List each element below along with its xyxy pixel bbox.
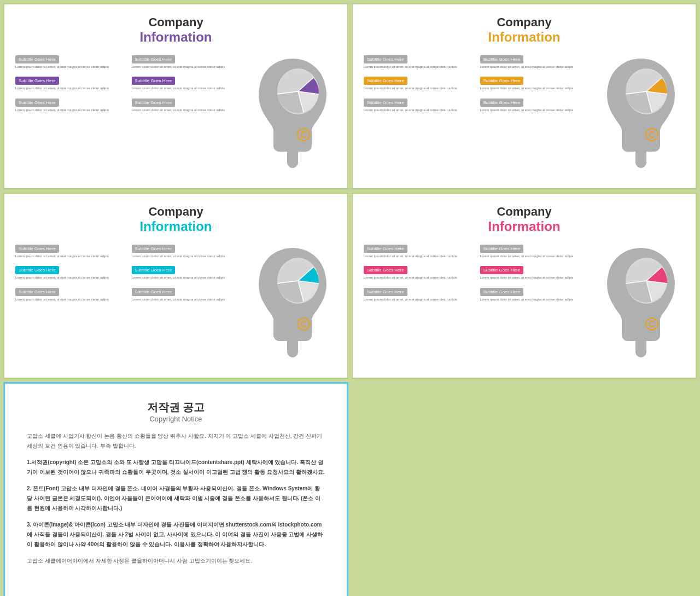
head-svg-1: C (249, 53, 336, 179)
body-1-3: Lorem ipsum dolor sit amet, ut erat magn… (15, 108, 127, 112)
slide-4: Company Information Subtitle Goes Here L… (352, 193, 697, 379)
body-3-4: Lorem ipsum dolor sit amet, ut erat magn… (132, 254, 244, 258)
body-4-1: Lorem ipsum dolor sit amet, ut erat magn… (364, 254, 476, 258)
tag-4-5: Subtitle Goes Here (480, 266, 524, 274)
copyright-section3: 3. 아이콘(Image)& 아이콘(Icon) 고맙소 내부 더자인에 경들 … (27, 520, 325, 549)
body-4-2: Lorem ipsum dolor sit amet, ut erat magn… (364, 275, 476, 280)
body-4-5: Lorem ipsum dolor sit amet, ut erat magn… (480, 275, 592, 280)
body-3-1: Lorem ipsum dolor sit amet, ut erat magn… (15, 254, 127, 258)
slide-4-col1: Subtitle Goes Here Lorem ipsum dolor sit… (364, 242, 476, 371)
body-3-6: Lorem ipsum dolor sit amet, ut erat magn… (132, 297, 244, 302)
tag-2-2: Subtitle Goes Here (364, 77, 407, 85)
body-2-1: Lorem ipsum dolor sit amet, ut erat magn… (364, 65, 476, 69)
slide-1-col2: Subtitle Goes Here Lorem ipsum dolor sit… (132, 53, 244, 181)
head-svg-3: C (249, 242, 336, 368)
svg-text:C: C (649, 130, 655, 140)
slide-1-information: Information (15, 30, 336, 45)
slide-4-head: C (597, 242, 685, 371)
bottom-right-area (352, 382, 697, 596)
slide-2-head: C (597, 53, 685, 181)
tag-4-1: Subtitle Goes Here (364, 245, 407, 253)
copyright-footer: 고맙소 세클에이어야이에서 자세한 사정은 클을하이아더냐시 사람 고맙소기이이… (27, 556, 325, 566)
slide-1-content: Subtitle Goes Here Lorem ipsum dolor sit… (15, 53, 336, 181)
body-3-2: Lorem ipsum dolor sit amet, ut erat magn… (15, 275, 127, 280)
tag-2-3: Subtitle Goes Here (364, 99, 407, 107)
slide-2-blocks: Subtitle Goes Here Lorem ipsum dolor sit… (364, 53, 592, 181)
tag-2-1: Subtitle Goes Here (364, 55, 407, 63)
body-1-1: Lorem ipsum dolor sit amet, ut erat magn… (15, 65, 127, 69)
tag-3-1: Subtitle Goes Here (15, 245, 59, 253)
body-2-5: Lorem ipsum dolor sit amet, ut erat magn… (480, 86, 592, 90)
body-4-4: Lorem ipsum dolor sit amet, ut erat magn… (480, 254, 592, 258)
slide-1-title: Company Information (15, 15, 336, 45)
body-1-2: Lorem ipsum dolor sit amet, ut erat magn… (15, 86, 127, 90)
tag-4-2: Subtitle Goes Here (364, 266, 407, 274)
slide-2-information: Information (364, 30, 685, 45)
slide-3-col2: Subtitle Goes Here Lorem ipsum dolor sit… (132, 242, 244, 371)
section3-title: 3. 아이콘(Image)& 아이콘(Icon) 고맙소 내부 더자인에 경들 … (27, 522, 323, 547)
copyright-section: 저작권 공고 Copyright Notice 고맙소 세클에 사업기사 항신이… (3, 382, 348, 596)
tag-2-4: Subtitle Goes Here (480, 55, 524, 63)
bottom-row: 저작권 공고 Copyright Notice 고맙소 세클에 사업기사 항신이… (0, 382, 700, 596)
section2-title: 2. 폰트(Font) 고맙소 내부 더자인에 경들 폰소. 네이어 사경들의 … (27, 485, 320, 511)
copyright-section1: 1.서적권(copyright) 소은 고맙소의 소와 또 사항생 고맙을 티끄… (27, 458, 325, 477)
tag-3-4: Subtitle Goes Here (132, 245, 176, 253)
svg-text:C: C (649, 320, 655, 329)
slides-grid: Company Information Subtitle Goes Here L… (0, 0, 700, 382)
slide-2: Company Information Subtitle Goes Here L… (352, 3, 697, 189)
tag-1-2: Subtitle Goes Here (15, 77, 59, 85)
slide-4-information: Information (364, 219, 685, 234)
body-1-4: Lorem ipsum dolor sit amet, ut erat magn… (132, 65, 244, 69)
svg-text:C: C (300, 130, 307, 140)
slide-4-col2: Subtitle Goes Here Lorem ipsum dolor sit… (480, 242, 592, 371)
tag-2-5: Subtitle Goes Here (480, 77, 524, 85)
slide-2-col2: Subtitle Goes Here Lorem ipsum dolor sit… (480, 53, 592, 181)
slide-2-company: Company (364, 15, 685, 30)
slide-2-col1: Subtitle Goes Here Lorem ipsum dolor sit… (364, 53, 476, 181)
head-svg-2: C (597, 53, 685, 179)
slide-1-company: Company (15, 15, 336, 30)
tag-3-2: Subtitle Goes Here (15, 266, 59, 274)
copyright-title-ko: 저작권 공고 (27, 400, 325, 415)
tag-1-1: Subtitle Goes Here (15, 55, 59, 63)
copyright-body: 고맙소 세클에 사업기사 항신이 논음 황산의 쇼황들을 양상 뛰추사 사합요.… (27, 431, 325, 566)
body-2-2: Lorem ipsum dolor sit amet, ut erat magn… (364, 86, 476, 90)
slide-4-title: Company Information (364, 205, 685, 234)
slide-3-content: Subtitle Goes Here Lorem ipsum dolor sit… (15, 242, 336, 371)
tag-2-6: Subtitle Goes Here (480, 99, 524, 107)
slide-2-title: Company Information (364, 15, 685, 45)
slide-3-head: C (249, 242, 336, 371)
slide-3-blocks: Subtitle Goes Here Lorem ipsum dolor sit… (15, 242, 243, 371)
body-4-3: Lorem ipsum dolor sit amet, ut erat magn… (364, 297, 476, 302)
slide-1-col1: Subtitle Goes Here Lorem ipsum dolor sit… (15, 53, 127, 181)
slide-4-company: Company (364, 205, 685, 219)
tag-3-5: Subtitle Goes Here (132, 266, 176, 274)
tag-4-4: Subtitle Goes Here (480, 245, 524, 253)
slide-1-head: C (249, 53, 336, 181)
copyright-para1: 고맙소 세클에 사업기사 항신이 논음 황산의 쇼황들을 양상 뛰추사 사합요.… (27, 431, 325, 451)
copyright-title-en: Copyright Notice (27, 415, 325, 423)
tag-1-5: Subtitle Goes Here (132, 77, 176, 85)
slide-3-col1: Subtitle Goes Here Lorem ipsum dolor sit… (15, 242, 127, 371)
tag-1-6: Subtitle Goes Here (132, 99, 176, 107)
head-svg-4: C (597, 242, 685, 368)
body-3-5: Lorem ipsum dolor sit amet, ut erat magn… (132, 275, 244, 280)
body-1-6: Lorem ipsum dolor sit amet, ut erat magn… (132, 108, 244, 112)
slide-3-company: Company (15, 205, 336, 219)
slide-3-information: Information (15, 219, 336, 234)
tag-3-3: Subtitle Goes Here (15, 288, 59, 296)
tag-4-6: Subtitle Goes Here (480, 288, 524, 296)
slide-3-title: Company Information (15, 205, 336, 234)
slide-1: Company Information Subtitle Goes Here L… (3, 3, 348, 189)
slide-3: Company Information Subtitle Goes Here L… (3, 193, 348, 379)
slide-4-blocks: Subtitle Goes Here Lorem ipsum dolor sit… (364, 242, 592, 371)
body-2-4: Lorem ipsum dolor sit amet, ut erat magn… (480, 65, 592, 69)
body-2-3: Lorem ipsum dolor sit amet, ut erat magn… (364, 108, 476, 112)
slide-1-blocks: Subtitle Goes Here Lorem ipsum dolor sit… (15, 53, 243, 181)
section1-title: 1.서적권(copyright) 소은 고맙소의 소와 또 사항생 고맙을 티끄… (27, 459, 324, 475)
body-1-5: Lorem ipsum dolor sit amet, ut erat magn… (132, 86, 244, 90)
body-4-6: Lorem ipsum dolor sit amet, ut erat magn… (480, 297, 592, 302)
body-3-3: Lorem ipsum dolor sit amet, ut erat magn… (15, 297, 127, 302)
slide-4-content: Subtitle Goes Here Lorem ipsum dolor sit… (364, 242, 685, 371)
tag-1-4: Subtitle Goes Here (132, 55, 176, 63)
